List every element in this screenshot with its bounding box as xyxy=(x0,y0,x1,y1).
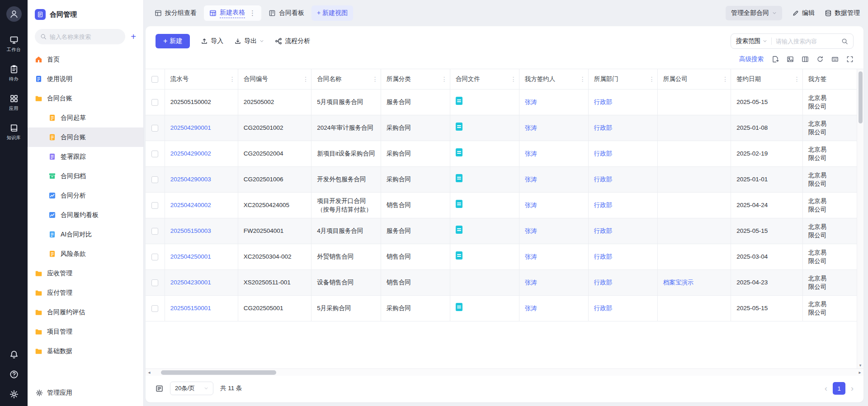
cell-dept[interactable]: 行政部 xyxy=(588,218,657,244)
vertical-scrollbar[interactable]: ▾ xyxy=(857,69,863,368)
column-menu-icon[interactable]: ⋮ xyxy=(722,75,728,83)
sidebar-item-12[interactable]: 应付管理 xyxy=(28,283,143,302)
contract-file-icon[interactable] xyxy=(456,148,462,156)
add-button[interactable]: + xyxy=(131,32,136,41)
row-checkbox[interactable] xyxy=(151,279,158,286)
row-checkbox[interactable] xyxy=(151,176,158,183)
cell-serial[interactable]: 202505150001 xyxy=(165,295,238,321)
hscroll-track[interactable] xyxy=(153,369,856,376)
column-menu-icon[interactable]: ⋮ xyxy=(794,75,800,83)
bell-icon[interactable] xyxy=(9,350,19,359)
sidebar-item-1[interactable]: 使用说明 xyxy=(28,69,143,89)
help-icon[interactable] xyxy=(9,370,19,379)
contract-file-icon[interactable] xyxy=(456,303,462,311)
row-checkbox[interactable] xyxy=(151,99,158,106)
data-manage-button[interactable]: 数据管理 xyxy=(825,9,860,17)
page-size-select[interactable]: 20条/页 xyxy=(170,382,213,395)
row-checkbox[interactable] xyxy=(151,151,158,157)
hscroll-left-arrow[interactable]: ◂ xyxy=(146,369,153,376)
cell-signer[interactable]: 张涛 xyxy=(519,218,588,244)
contract-file-icon[interactable] xyxy=(456,123,462,131)
cell-dept[interactable]: 行政部 xyxy=(588,115,657,141)
sidebar-item-15[interactable]: 基础数据 xyxy=(28,341,143,361)
tab-group-view[interactable]: 按分组查看 xyxy=(149,5,202,21)
hscroll-right-arrow[interactable]: ▸ xyxy=(856,369,863,376)
sidebar-search[interactable] xyxy=(35,29,125,44)
sidebar-item-4[interactable]: 合同台账 xyxy=(28,127,143,147)
cell-serial[interactable]: 202505150003 xyxy=(165,218,238,244)
tab-contract-board[interactable]: 合同看板 xyxy=(263,5,310,21)
new-button[interactable]: + 新建 xyxy=(156,34,190,48)
row-checkbox[interactable] xyxy=(151,305,158,312)
cardview-icon[interactable] xyxy=(831,56,839,63)
row-checkbox[interactable] xyxy=(151,202,158,209)
vscroll-thumb[interactable] xyxy=(859,71,863,123)
contract-file-icon[interactable] xyxy=(456,226,462,234)
rail-item-workbench[interactable]: 工作台 xyxy=(7,35,21,53)
sidebar-search-input[interactable] xyxy=(50,33,120,40)
columns-icon[interactable] xyxy=(802,56,809,63)
cell-serial[interactable]: 202504290002 xyxy=(165,141,238,166)
contract-file-icon[interactable] xyxy=(456,251,462,260)
cell-serial[interactable]: 202504240002 xyxy=(165,192,238,218)
row-checkbox[interactable] xyxy=(151,125,158,132)
rail-item-todo[interactable]: 待办 xyxy=(9,65,19,82)
search-icon[interactable] xyxy=(841,38,848,45)
sidebar-item-10[interactable]: 风险条款 xyxy=(28,244,143,264)
row-checkbox[interactable] xyxy=(151,228,158,235)
manage-scope-button[interactable]: 管理全部合同 xyxy=(726,6,782,20)
cell-serial[interactable]: 202504250001 xyxy=(165,244,238,269)
sidebar-item-9[interactable]: AI合同对比 xyxy=(28,225,143,244)
sidebar-item-2[interactable]: 合同台账 xyxy=(28,89,143,108)
hscroll-thumb[interactable] xyxy=(161,370,276,375)
cell-signer[interactable]: 张涛 xyxy=(519,269,588,295)
vscroll-down-arrow[interactable]: ▾ xyxy=(859,364,862,368)
cell-signer[interactable]: 张涛 xyxy=(519,89,588,115)
sidebar-item-3[interactable]: 合同起草 xyxy=(28,108,143,127)
select-all-checkbox[interactable] xyxy=(151,76,158,83)
tab-new-view[interactable]: + 新建视图 xyxy=(311,5,353,21)
edit-button[interactable]: 编辑 xyxy=(792,9,815,17)
sidebar-item-14[interactable]: 项目管理 xyxy=(28,322,143,341)
prev-page-button[interactable]: ‹ xyxy=(825,384,827,392)
user-avatar[interactable] xyxy=(6,6,22,22)
cell-dept[interactable]: 行政部 xyxy=(588,295,657,321)
cell-dept[interactable]: 行政部 xyxy=(588,269,657,295)
cell-serial[interactable]: 202504290003 xyxy=(165,166,238,192)
import-button[interactable]: 导入 xyxy=(201,37,223,45)
rail-item-knowledge[interactable]: 知识库 xyxy=(7,123,21,141)
cell-serial[interactable]: 202504290001 xyxy=(165,115,238,141)
cell-dept[interactable]: 行政部 xyxy=(588,89,657,115)
cell-dept[interactable]: 行政部 xyxy=(588,166,657,192)
cell-signer[interactable]: 张涛 xyxy=(519,244,588,269)
search-input[interactable] xyxy=(776,38,837,45)
cell-dept[interactable]: 行政部 xyxy=(588,192,657,218)
image-icon[interactable] xyxy=(787,56,794,63)
row-checkbox[interactable] xyxy=(151,254,158,260)
contract-file-icon[interactable] xyxy=(456,97,462,105)
cell-signer[interactable]: 张涛 xyxy=(519,115,588,141)
column-menu-icon[interactable]: ⋮ xyxy=(510,75,517,83)
next-page-button[interactable]: › xyxy=(851,384,854,392)
page-settings-icon[interactable] xyxy=(156,385,163,392)
cell-signer[interactable]: 张涛 xyxy=(519,141,588,166)
flow-analysis-button[interactable]: 流程分析 xyxy=(275,37,310,45)
column-menu-icon[interactable]: ⋮ xyxy=(441,75,448,83)
advanced-search-link[interactable]: 高级搜索 xyxy=(739,55,764,63)
more-vertical-icon[interactable]: ⋮ xyxy=(249,9,256,17)
export-button[interactable]: 导出 xyxy=(234,37,264,45)
search-scope-select[interactable]: 搜索范围 xyxy=(736,37,767,45)
manage-apps-button[interactable]: 管理应用 xyxy=(28,381,143,406)
cell-signer[interactable]: 张涛 xyxy=(519,295,588,321)
cell-serial[interactable]: 202504230001 xyxy=(165,269,238,295)
fullscreen-icon[interactable] xyxy=(846,56,854,63)
sidebar-item-0[interactable]: 首页 xyxy=(28,50,143,69)
page-1-button[interactable]: 1 xyxy=(833,382,845,395)
column-menu-icon[interactable]: ⋮ xyxy=(229,75,236,83)
contract-file-icon[interactable] xyxy=(456,174,462,182)
cell-signer[interactable]: 张涛 xyxy=(519,166,588,192)
column-menu-icon[interactable]: ⋮ xyxy=(372,75,378,83)
contract-file-icon[interactable] xyxy=(456,200,462,208)
gear-icon[interactable] xyxy=(9,390,19,399)
cell-signer[interactable]: 张涛 xyxy=(519,192,588,218)
